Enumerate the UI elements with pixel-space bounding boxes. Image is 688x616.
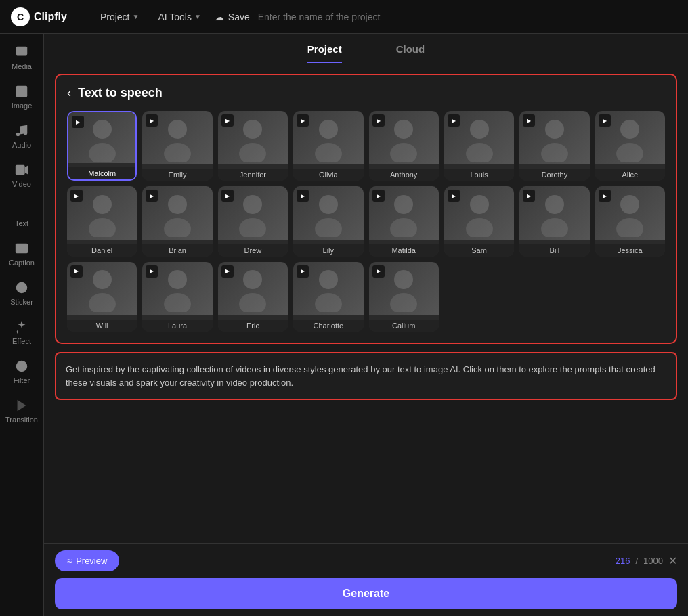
play-icon-emily[interactable]: ▶ <box>146 114 158 127</box>
play-icon-drew[interactable]: ▶ <box>221 190 234 202</box>
avatar-name-jessica: Jessica <box>595 244 665 257</box>
avatar-name-malcolm: Malcolm <box>68 167 135 179</box>
image-icon <box>14 84 29 99</box>
sidebar-label-media: Media <box>12 62 32 70</box>
avatar-card-dorothy[interactable]: ▶Dorothy <box>519 111 589 181</box>
ai-tools-menu-button[interactable]: AI Tools ▼ <box>152 9 206 25</box>
avatar-card-daniel[interactable]: ▶Daniel <box>67 186 137 256</box>
project-name-input[interactable] <box>258 12 677 22</box>
char-separator: / <box>635 556 638 566</box>
avatar-name-sam: Sam <box>444 244 514 257</box>
sidebar-item-sticker[interactable]: Sticker <box>3 275 41 311</box>
main-panel: ‹ Text to speech ▶Malcolm ▶Emily ▶Jennif… <box>44 63 688 543</box>
svg-point-35 <box>394 195 413 214</box>
sidebar-label-audio: Audio <box>12 141 31 149</box>
avatar-name-callum: Callum <box>369 320 439 332</box>
play-icon-will[interactable]: ▶ <box>70 265 83 278</box>
avatar-card-anthony[interactable]: ▶Anthony <box>369 111 439 181</box>
play-icon-lily[interactable]: ▶ <box>297 190 309 202</box>
avatar-name-eric: Eric <box>218 320 288 332</box>
avatar-card-jennifer[interactable]: ▶Jennifer <box>218 111 288 181</box>
play-icon-eric[interactable]: ▶ <box>221 265 234 278</box>
avatar-card-alice[interactable]: ▶Alice <box>595 111 665 181</box>
play-icon-matilda[interactable]: ▶ <box>372 190 385 202</box>
play-icon-anthony[interactable]: ▶ <box>372 114 385 127</box>
play-icon-bill[interactable]: ▶ <box>523 190 535 202</box>
play-icon-charlotte[interactable]: ▶ <box>297 265 309 278</box>
avatar-card-olivia[interactable]: ▶Olivia <box>293 111 363 181</box>
avatar-card-sam[interactable]: ▶Sam <box>444 186 514 256</box>
avatar-name-dorothy: Dorothy <box>519 169 589 181</box>
avatar-card-jessica[interactable]: ▶Jessica <box>595 186 665 256</box>
avatar-card-eric[interactable]: ▶Eric <box>218 262 288 332</box>
prompt-box: Get inspired by the captivating collecti… <box>55 352 677 400</box>
ai-tools-chevron-icon: ▼ <box>194 13 201 20</box>
svg-point-21 <box>470 120 489 139</box>
sidebar-item-text[interactable]: Text <box>3 196 41 233</box>
svg-point-22 <box>466 143 493 162</box>
svg-point-47 <box>243 270 262 289</box>
play-icon-dorothy[interactable]: ▶ <box>523 114 535 127</box>
sidebar-item-video[interactable]: Video <box>3 157 41 194</box>
char-used: 216 <box>616 556 630 566</box>
avatar-card-malcolm[interactable]: ▶Malcolm <box>67 111 137 181</box>
svg-point-49 <box>319 270 338 289</box>
sidebar-item-media[interactable]: Media <box>3 39 41 76</box>
avatar-card-emily[interactable]: ▶Emily <box>142 111 212 181</box>
sidebar-item-audio[interactable]: Audio <box>3 118 41 154</box>
project-chevron-icon: ▼ <box>132 13 139 20</box>
play-icon-alice[interactable]: ▶ <box>599 114 611 127</box>
filter-icon <box>14 359 29 374</box>
svg-point-12 <box>89 143 116 162</box>
preview-button[interactable]: ≈ Preview <box>55 550 119 571</box>
sidebar-item-filter[interactable]: Filter <box>3 353 41 390</box>
play-icon-malcolm[interactable]: ▶ <box>72 116 84 128</box>
back-button[interactable]: ‹ <box>67 86 71 100</box>
avatar-card-brian[interactable]: ▶Brian <box>142 186 212 256</box>
preview-row: ≈ Preview 216 / 1000 ✕ <box>55 550 677 571</box>
avatar-name-anthony: Anthony <box>369 169 439 181</box>
generate-button[interactable]: Generate <box>55 578 677 609</box>
avatar-card-lily[interactable]: ▶Lily <box>293 186 363 256</box>
svg-point-43 <box>93 270 112 289</box>
sidebar-label-image: Image <box>12 102 33 110</box>
close-button[interactable]: ✕ <box>668 554 677 567</box>
avatar-card-drew[interactable]: ▶Drew <box>218 186 288 256</box>
play-icon-daniel[interactable]: ▶ <box>70 190 83 202</box>
tts-header: ‹ Text to speech <box>67 86 665 100</box>
svg-point-18 <box>315 143 342 162</box>
save-button[interactable]: ☁ Save <box>215 12 250 22</box>
play-icon-olivia[interactable]: ▶ <box>297 114 309 127</box>
avatar-card-louis[interactable]: ▶Louis <box>444 111 514 181</box>
tab-cloud[interactable]: Cloud <box>396 43 425 63</box>
avatar-card-callum[interactable]: ▶Callum <box>369 262 439 332</box>
sidebar-item-caption[interactable]: Caption <box>3 236 41 272</box>
svg-point-14 <box>164 143 191 162</box>
play-icon-brian[interactable]: ▶ <box>146 190 158 202</box>
sidebar-item-image[interactable]: Image <box>3 79 41 115</box>
project-menu-button[interactable]: Project ▼ <box>95 9 144 25</box>
svg-point-19 <box>394 120 413 139</box>
svg-rect-6 <box>16 244 28 254</box>
play-icon-louis[interactable]: ▶ <box>448 114 460 127</box>
avatar-card-bill[interactable]: ▶Bill <box>519 186 589 256</box>
play-icon-callum[interactable]: ▶ <box>372 265 385 278</box>
svg-point-31 <box>243 195 262 214</box>
svg-point-27 <box>93 195 112 214</box>
avatar-name-emily: Emily <box>142 169 212 181</box>
play-icon-jennifer[interactable]: ▶ <box>221 114 234 127</box>
play-icon-laura[interactable]: ▶ <box>146 265 158 278</box>
tab-project[interactable]: Project <box>307 43 342 63</box>
avatar-name-drew: Drew <box>218 244 288 257</box>
top-navigation: C Clipfly Project ▼ AI Tools ▼ ☁ Save <box>0 0 688 34</box>
play-icon-jessica[interactable]: ▶ <box>599 190 611 202</box>
avatar-grid: ▶Malcolm ▶Emily ▶Jennifer ▶Olivia ▶Antho… <box>67 111 665 332</box>
svg-point-44 <box>89 293 116 312</box>
avatar-card-matilda[interactable]: ▶Matilda <box>369 186 439 256</box>
sidebar-item-effect[interactable]: Effect <box>3 314 41 351</box>
avatar-card-will[interactable]: ▶Will <box>67 262 137 332</box>
sidebar-item-transition[interactable]: Transition <box>3 393 41 429</box>
avatar-card-laura[interactable]: ▶Laura <box>142 262 212 332</box>
avatar-card-charlotte[interactable]: ▶Charlotte <box>293 262 363 332</box>
play-icon-sam[interactable]: ▶ <box>448 190 460 202</box>
